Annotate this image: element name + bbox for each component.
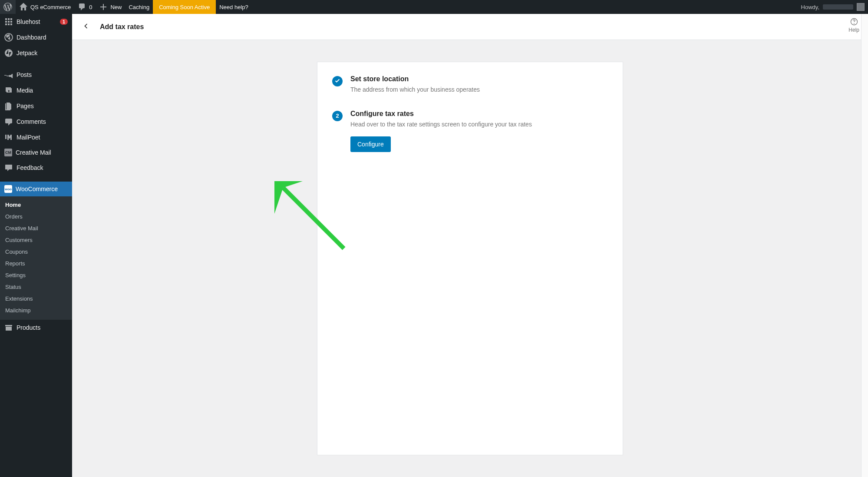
subitem-orders[interactable]: Orders (0, 211, 72, 222)
page-header: Add tax rates Help (72, 14, 868, 40)
comments-button[interactable]: 0 (74, 0, 96, 14)
sidebar-item-label: Posts (17, 71, 32, 78)
sidebar-item-label: Jetpack (17, 50, 37, 56)
sidebar-item-products[interactable]: Products (0, 320, 72, 335)
step-set-store-location: Set store location The address from whic… (332, 75, 608, 94)
sidebar-item-comments[interactable]: Comments (0, 114, 72, 129)
sidebar-item-bluehost[interactable]: Bluehost 1 (0, 14, 72, 30)
subitem-home[interactable]: Home (0, 199, 72, 211)
back-button[interactable] (81, 22, 91, 32)
main-area: Add tax rates Help Set store location Th… (72, 14, 868, 477)
subitem-customers[interactable]: Customers (0, 234, 72, 246)
comment-icon (78, 3, 86, 11)
step-desc: The address from which your business ope… (350, 86, 608, 94)
comment-icon (4, 117, 13, 126)
sidebar-item-jetpack[interactable]: Jetpack (0, 45, 72, 61)
svg-rect-3 (5, 21, 7, 23)
sidebar-item-label: MailPoet (17, 134, 40, 141)
help-icon (848, 17, 859, 26)
jetpack-icon (4, 49, 13, 57)
help-label: Help (848, 27, 859, 33)
grid-icon (4, 17, 13, 26)
woocommerce-submenu: Home Orders Creative Mail Customers Coup… (0, 196, 72, 320)
chevron-left-icon (82, 22, 90, 32)
coming-soon-badge[interactable]: Coming Soon Active (153, 0, 216, 14)
admin-bar: QS eCommerce 0 New Caching Coming Soon A… (0, 0, 868, 14)
media-icon (4, 86, 13, 95)
subitem-status[interactable]: Status (0, 281, 72, 293)
task-card: Set store location The address from whic… (317, 62, 623, 455)
archive-icon (4, 323, 13, 332)
sidebar-item-label: Bluehost (17, 18, 40, 25)
need-help-label: Need help? (219, 4, 248, 10)
sidebar-item-label: Pages (17, 103, 34, 109)
help-button[interactable]: Help (848, 17, 859, 33)
mailpoet-icon (4, 133, 13, 142)
check-icon (334, 78, 340, 85)
sidebar-item-label: Media (17, 87, 33, 94)
svg-rect-1 (8, 18, 10, 20)
admin-bar-user[interactable]: Howdy, (801, 3, 868, 11)
subitem-creative-mail[interactable]: Creative Mail (0, 222, 72, 234)
sidebar-item-label: Creative Mail (16, 149, 51, 156)
caching-button[interactable]: Caching (125, 0, 153, 14)
sidebar-item-label: Comments (17, 118, 46, 125)
sidebar-item-mailpoet[interactable]: MailPoet (0, 129, 72, 145)
site-home-button[interactable]: QS eCommerce (16, 0, 74, 14)
subitem-coupons[interactable]: Coupons (0, 246, 72, 258)
sidebar-item-dashboard[interactable]: Dashboard (0, 30, 72, 45)
sidebar-item-label: Feedback (17, 164, 43, 171)
svg-rect-4 (8, 21, 10, 23)
svg-rect-5 (10, 21, 12, 23)
sidebar-item-label: WooCommerce (16, 186, 58, 192)
creative-mail-icon: CM (4, 149, 12, 156)
new-content-button[interactable]: New (96, 0, 125, 14)
plus-icon (99, 3, 108, 11)
sidebar-item-media[interactable]: Media (0, 83, 72, 98)
configure-button[interactable]: Configure (350, 136, 391, 152)
dashboard-icon (4, 33, 13, 42)
step-title: Configure tax rates (350, 110, 608, 118)
step-title: Set store location (350, 75, 608, 83)
subitem-mailchimp[interactable]: Mailchimp (0, 305, 72, 316)
sidebar-item-feedback[interactable]: Feedback (0, 160, 72, 176)
svg-point-11 (854, 23, 855, 24)
page-content: Set store location The address from whic… (72, 40, 868, 477)
wordpress-icon (3, 3, 12, 11)
step-check-badge (332, 76, 343, 86)
woocommerce-icon: woo (4, 185, 12, 193)
sidebar-item-label: Dashboard (17, 34, 46, 41)
notification-badge: 1 (60, 19, 68, 25)
svg-rect-2 (10, 18, 12, 20)
howdy-label: Howdy, (801, 4, 819, 10)
subitem-extensions[interactable]: Extensions (0, 293, 72, 305)
comment-count-label: 0 (89, 4, 92, 10)
sidebar-item-pages[interactable]: Pages (0, 98, 72, 114)
sidebar-item-creative-mail[interactable]: CM Creative Mail (0, 145, 72, 160)
step-configure-tax-rates: 2 Configure tax rates Head over to the t… (332, 110, 608, 152)
feedback-icon (4, 163, 13, 172)
coming-soon-label: Coming Soon Active (159, 4, 210, 10)
page-title: Add tax rates (100, 23, 144, 31)
sidebar-item-posts[interactable]: Posts (0, 67, 72, 83)
svg-point-9 (5, 49, 13, 57)
step-number-badge: 2 (332, 111, 343, 121)
avatar (857, 3, 865, 11)
svg-rect-7 (8, 23, 10, 25)
svg-rect-6 (5, 23, 7, 25)
need-help-button[interactable]: Need help? (216, 0, 252, 14)
svg-rect-8 (10, 23, 12, 25)
home-icon (19, 3, 28, 11)
subitem-reports[interactable]: Reports (0, 258, 72, 269)
svg-rect-0 (5, 18, 7, 20)
new-label: New (110, 4, 122, 10)
subitem-settings[interactable]: Settings (0, 269, 72, 281)
wp-logo-button[interactable] (0, 0, 16, 14)
caching-label: Caching (129, 4, 149, 10)
pages-icon (4, 102, 13, 110)
site-name-label: QS eCommerce (30, 4, 71, 10)
step-desc: Head over to the tax rate settings scree… (350, 120, 608, 129)
sidebar-item-woocommerce[interactable]: woo WooCommerce (0, 182, 72, 196)
sidebar-item-label: Products (17, 324, 40, 331)
pin-icon (4, 70, 13, 79)
